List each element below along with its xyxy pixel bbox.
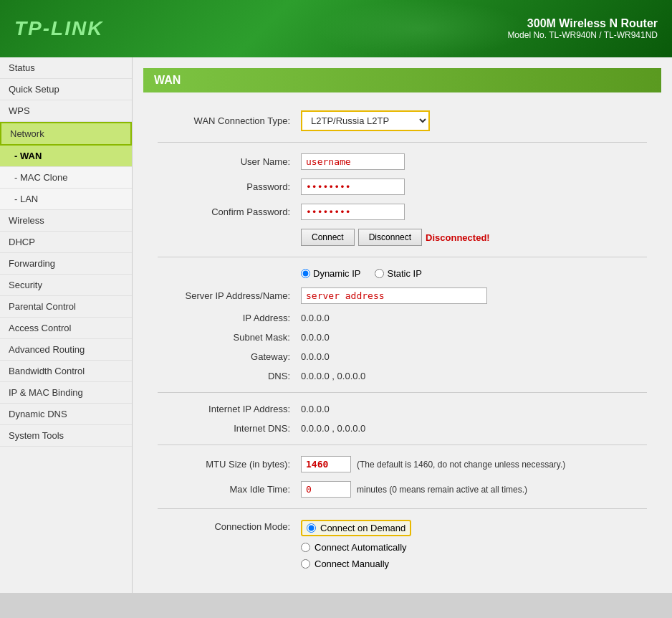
sidebar-item-wan[interactable]: - WAN	[0, 146, 132, 167]
sidebar-item-dhcp[interactable]: DHCP	[0, 232, 132, 253]
sidebar-item-parental-control[interactable]: Parental Control	[0, 296, 132, 318]
connection-mode-label: Connection Mode:	[158, 520, 301, 532]
mtu-input[interactable]	[301, 456, 351, 472]
main-layout: Status Quick Setup WPS Network - WAN - M…	[0, 57, 672, 593]
connect-manually-radio[interactable]	[301, 559, 310, 569]
connect-automatically-label: Connect Automatically	[315, 542, 407, 553]
subnet-mask-label: Subnet Mask:	[158, 332, 301, 343]
sidebar-item-wireless[interactable]: Wireless	[0, 210, 132, 232]
model-number: Model No. TL-WR940N / TL-WR941ND	[507, 30, 658, 40]
form-section: WAN Connection Type: L2TP/Russia L2TP Dy…	[143, 103, 661, 585]
divider-5	[158, 508, 647, 509]
static-ip-option[interactable]: Static IP	[375, 268, 421, 279]
subnet-mask-row: Subnet Mask: 0.0.0.0	[158, 332, 647, 343]
connect-on-demand-label: Connect on Demand	[320, 523, 405, 533]
connect-automatically-radio[interactable]	[301, 543, 310, 552]
max-idle-input[interactable]	[301, 481, 351, 498]
sidebar-item-wps[interactable]: WPS	[0, 100, 132, 122]
model-info: 300M Wireless N Router Model No. TL-WR94…	[507, 17, 658, 40]
max-idle-row: Max Idle Time: minutes (0 means remain a…	[158, 481, 647, 498]
internet-ip-row: Internet IP Address: 0.0.0.0	[158, 404, 647, 414]
subnet-mask-value: 0.0.0.0	[301, 332, 330, 343]
sidebar-item-status[interactable]: Status	[0, 57, 132, 79]
ip-address-row: IP Address: 0.0.0.0	[158, 313, 647, 323]
sidebar-item-access-control[interactable]: Access Control	[0, 318, 132, 339]
server-ip-row: Server IP Address/Name:	[158, 287, 647, 304]
mtu-row: MTU Size (in bytes): (The default is 146…	[158, 456, 647, 472]
divider-2	[158, 257, 647, 257]
sidebar-item-forwarding[interactable]: Forwarding	[0, 253, 132, 275]
connect-buttons-row: Connect Disconnect Disconnected!	[158, 229, 647, 246]
dns-value: 0.0.0.0 , 0.0.0.0	[301, 371, 365, 381]
gateway-label: Gateway:	[158, 351, 301, 362]
sidebar-item-security[interactable]: Security	[0, 275, 132, 296]
password-label: Password:	[158, 181, 301, 192]
username-input[interactable]	[301, 153, 405, 170]
sidebar-item-advanced-routing[interactable]: Advanced Routing	[0, 339, 132, 361]
dynamic-ip-label: Dynamic IP	[313, 268, 360, 279]
confirm-password-label: Confirm Password:	[158, 206, 301, 217]
gateway-value: 0.0.0.0	[301, 351, 330, 362]
connection-mode-row: Connection Mode: Connect on Demand Conne…	[158, 520, 647, 569]
page-title: WAN	[143, 68, 661, 92]
server-ip-input[interactable]	[301, 287, 487, 304]
sidebar-item-dynamic-dns[interactable]: Dynamic DNS	[0, 404, 132, 425]
static-ip-label: Static IP	[387, 268, 421, 279]
connection-status: Disconnected!	[426, 232, 490, 243]
password-input[interactable]	[301, 179, 405, 195]
divider-1	[158, 142, 647, 143]
sidebar-item-network[interactable]: Network	[0, 122, 132, 146]
password-row: Password:	[158, 179, 647, 195]
disconnect-button[interactable]: Disconnect	[358, 229, 422, 246]
sidebar-item-system-tools[interactable]: System Tools	[0, 425, 132, 447]
sidebar-item-lan[interactable]: - LAN	[0, 189, 132, 210]
dynamic-ip-option[interactable]: Dynamic IP	[301, 268, 360, 279]
connect-on-demand-option[interactable]: Connect on Demand	[301, 520, 411, 536]
internet-ip-value: 0.0.0.0	[301, 404, 330, 414]
connect-manually-label: Connect Manually	[315, 558, 389, 569]
wan-connection-type-label: WAN Connection Type:	[158, 115, 301, 126]
connect-manually-option[interactable]: Connect Manually	[301, 558, 411, 569]
dns-row: DNS: 0.0.0.0 , 0.0.0.0	[158, 371, 647, 381]
divider-3	[158, 392, 647, 393]
sidebar-item-quick-setup[interactable]: Quick Setup	[0, 79, 132, 100]
confirm-password-input[interactable]	[301, 204, 405, 220]
content-area: WAN WAN Connection Type: L2TP/Russia L2T…	[133, 57, 672, 593]
confirm-password-row: Confirm Password:	[158, 204, 647, 220]
ip-address-value: 0.0.0.0	[301, 313, 330, 323]
username-label: User Name:	[158, 156, 301, 167]
wan-connection-type-row: WAN Connection Type: L2TP/Russia L2TP Dy…	[158, 110, 647, 131]
dynamic-ip-radio[interactable]	[301, 269, 310, 278]
mtu-hint: (The default is 1460, do not change unle…	[357, 460, 565, 470]
internet-dns-label: Internet DNS:	[158, 423, 301, 434]
sidebar-item-bandwidth-control[interactable]: Bandwidth Control	[0, 361, 132, 382]
server-ip-label: Server IP Address/Name:	[158, 290, 301, 301]
ip-type-radio-row: Dynamic IP Static IP	[158, 268, 647, 279]
sidebar-item-mac-clone[interactable]: - MAC Clone	[0, 167, 132, 189]
mtu-label: MTU Size (in bytes):	[158, 459, 301, 470]
max-idle-hint: minutes (0 means remain active at all ti…	[357, 485, 527, 495]
header: TP-LINK 300M Wireless N Router Model No.…	[0, 0, 672, 57]
internet-dns-row: Internet DNS: 0.0.0.0 , 0.0.0.0	[158, 423, 647, 434]
sidebar: Status Quick Setup WPS Network - WAN - M…	[0, 57, 133, 593]
static-ip-radio[interactable]	[375, 269, 384, 278]
connect-automatically-option[interactable]: Connect Automatically	[301, 542, 411, 553]
connect-button[interactable]: Connect	[301, 229, 355, 246]
wan-connection-type-select[interactable]: L2TP/Russia L2TP Dynamic IP Static IP PP…	[301, 110, 430, 131]
sidebar-item-ip-mac-binding[interactable]: IP & MAC Binding	[0, 382, 132, 404]
logo: TP-LINK	[14, 17, 103, 40]
max-idle-label: Max Idle Time:	[158, 484, 301, 495]
divider-4	[158, 445, 647, 445]
connection-mode-options: Connect on Demand Connect Automatically …	[301, 520, 411, 569]
dns-label: DNS:	[158, 371, 301, 381]
gateway-row: Gateway: 0.0.0.0	[158, 351, 647, 362]
ip-address-label: IP Address:	[158, 313, 301, 323]
connect-on-demand-radio[interactable]	[307, 523, 316, 533]
internet-ip-label: Internet IP Address:	[158, 404, 301, 414]
product-name: 300M Wireless N Router	[507, 17, 658, 30]
username-row: User Name:	[158, 153, 647, 170]
internet-dns-value: 0.0.0.0 , 0.0.0.0	[301, 423, 365, 434]
